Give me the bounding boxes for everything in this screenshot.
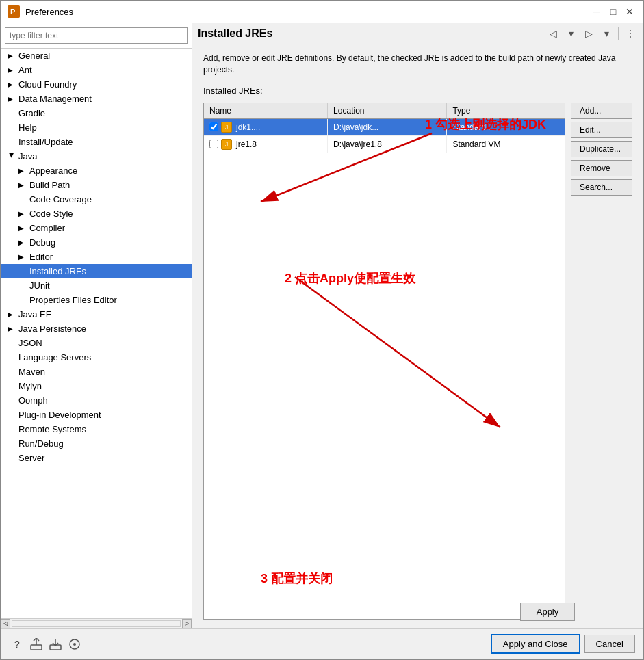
row2-type: Standard VM xyxy=(447,135,565,153)
back-button[interactable]: ◁ xyxy=(545,26,561,41)
sidebar-item-server[interactable]: ▶ Server xyxy=(1,451,192,465)
sidebar-item-help[interactable]: ▶ Help xyxy=(1,120,192,135)
sidebar-item-language-servers[interactable]: ▶ Language Servers xyxy=(1,350,192,365)
sidebar-item-maven[interactable]: ▶ Maven xyxy=(1,365,192,379)
export-button[interactable] xyxy=(28,636,44,652)
minimize-button[interactable]: ─ xyxy=(590,5,604,18)
sidebar-item-general[interactable]: ▶ General xyxy=(1,49,192,63)
window-controls: ─ □ ✕ xyxy=(590,5,636,18)
sidebar-item-label: Maven xyxy=(18,367,45,377)
svg-rect-6 xyxy=(31,645,42,650)
jre-icon-2: J xyxy=(221,139,232,150)
close-button[interactable]: ✕ xyxy=(623,5,636,18)
filter-input[interactable] xyxy=(5,27,188,44)
sidebar-item-label: Editor xyxy=(29,252,53,262)
row2-checkbox[interactable] xyxy=(209,140,218,148)
duplicate-button[interactable]: Duplicate... xyxy=(571,141,632,157)
sidebar-item-label: Help xyxy=(18,122,37,133)
search-button[interactable]: Search... xyxy=(571,179,632,196)
forward-dropdown-button[interactable]: ▾ xyxy=(599,26,614,41)
expand-arrow-cf: ▶ xyxy=(8,81,16,88)
sidebar-item-label: Install/Update xyxy=(18,137,73,147)
sidebar-item-build-path[interactable]: ▶ Build Path xyxy=(1,178,192,192)
sidebar-item-label: Gradle xyxy=(18,108,45,118)
sidebar-item-java-ee[interactable]: ▶ Java EE xyxy=(1,307,192,321)
sidebar-item-json[interactable]: ▶ JSON xyxy=(1,336,192,350)
expand-arrow-jp: ▶ xyxy=(8,325,16,332)
remove-button[interactable]: Remove xyxy=(571,160,632,176)
sidebar-item-plugin-dev[interactable]: ▶ Plug-in Development xyxy=(1,408,192,422)
table-row[interactable]: J jdk1.... D:\java\jdk... Standard ... xyxy=(204,118,565,135)
sidebar-item-editor[interactable]: ▶ Editor xyxy=(1,250,192,264)
panel-content: Add, remove or edit JRE definitions. By … xyxy=(192,44,643,628)
apply-and-close-button[interactable]: Apply and Close xyxy=(491,634,580,654)
hscroll-track[interactable] xyxy=(12,620,181,627)
sidebar-item-run-debug[interactable]: ▶ Run/Debug xyxy=(1,436,192,451)
app-icon: P xyxy=(8,5,20,18)
filter-box xyxy=(1,23,192,49)
row1-checkbox[interactable] xyxy=(209,122,218,131)
sidebar-item-compiler[interactable]: ▶ Compiler xyxy=(1,221,192,235)
panel-description: Add, remove or edit JRE definitions. By … xyxy=(203,53,632,76)
hscroll-left[interactable]: ◁ xyxy=(1,619,10,629)
svg-text:P: P xyxy=(10,8,15,16)
expand-arrow-bp: ▶ xyxy=(18,181,27,189)
back-dropdown-button[interactable]: ▾ xyxy=(563,26,578,41)
link-button[interactable] xyxy=(66,636,83,652)
sidebar-item-install-update[interactable]: ▶ Install/Update xyxy=(1,135,192,149)
row2-location: D:\java\jre1.8 xyxy=(328,135,447,153)
sidebar-item-label: Build Path xyxy=(29,180,70,190)
edit-button[interactable]: Edit... xyxy=(571,122,632,138)
sidebar-item-remote-systems[interactable]: ▶ Remote Systems xyxy=(1,422,192,436)
add-button[interactable]: Add... xyxy=(571,103,632,119)
sidebar-item-appearance[interactable]: ▶ Appearance xyxy=(1,163,192,178)
cancel-button[interactable]: Cancel xyxy=(584,635,635,653)
expand-arrow-compiler: ▶ xyxy=(18,224,27,232)
sidebar-item-java-persistence[interactable]: ▶ Java Persistence xyxy=(1,321,192,336)
sidebar-item-label: JSON xyxy=(18,338,42,348)
sidebar-item-code-coverage[interactable]: ▶ Code Coverage xyxy=(1,192,192,207)
sidebar-item-label: Data Management xyxy=(18,94,92,104)
row1-type: Standard ... xyxy=(447,118,565,135)
expand-arrow-editor: ▶ xyxy=(18,253,27,261)
sidebar-item-properties-files-editor[interactable]: ▶ Properties Files Editor xyxy=(1,293,192,307)
bottom-icons: ? xyxy=(9,636,487,652)
main-content: ▶ General ▶ Ant ▶ Cloud Foundry ▶ Data M… xyxy=(1,23,643,628)
expand-arrow-cs: ▶ xyxy=(18,210,27,217)
sidebar-item-code-style[interactable]: ▶ Code Style xyxy=(1,207,192,221)
jre-table: Name Location Type xyxy=(204,103,565,153)
col-location[interactable]: Location xyxy=(328,103,447,119)
sidebar-item-label: Appearance xyxy=(29,166,77,176)
sidebar-item-junit[interactable]: ▶ JUnit xyxy=(1,278,192,293)
sidebar-item-mylyn[interactable]: ▶ Mylyn xyxy=(1,379,192,393)
maximize-button[interactable]: □ xyxy=(606,5,620,18)
sidebar-item-label: Java EE xyxy=(18,309,51,319)
sidebar-item-installed-jres[interactable]: ▶ Installed JREs xyxy=(1,264,192,278)
right-panel: Installed JREs ◁ ▾ ▷ ▾ ⋮ Add, remove or … xyxy=(192,23,643,628)
sidebar-item-oomph[interactable]: ▶ Oomph xyxy=(1,393,192,408)
sidebar-item-ant[interactable]: ▶ Ant xyxy=(1,63,192,77)
import-button[interactable] xyxy=(47,636,64,652)
panel-subtitle: Installed JREs: xyxy=(203,85,632,96)
jre-table-container: Name Location Type xyxy=(203,103,632,620)
row2-name: J jre1.8 xyxy=(204,135,328,153)
sidebar-item-java[interactable]: ▶ Java xyxy=(1,149,192,163)
sidebar-item-cloud-foundry[interactable]: ▶ Cloud Foundry xyxy=(1,77,192,92)
sidebar-hscroll[interactable]: ◁ ▷ xyxy=(1,618,192,628)
sidebar-item-debug[interactable]: ▶ Debug xyxy=(1,235,192,250)
sidebar-item-label: Java Persistence xyxy=(18,324,86,334)
help-icon-button[interactable]: ? xyxy=(9,636,25,652)
sidebar-item-label: Properties Files Editor xyxy=(29,295,117,305)
sidebar-item-gradle[interactable]: ▶ Gradle xyxy=(1,106,192,120)
hscroll-right[interactable]: ▷ xyxy=(182,619,192,629)
col-type[interactable]: Type xyxy=(447,103,565,119)
sidebar-item-data-management[interactable]: ▶ Data Management xyxy=(1,92,192,106)
toolbar-separator xyxy=(618,27,619,40)
sidebar: ▶ General ▶ Ant ▶ Cloud Foundry ▶ Data M… xyxy=(1,23,192,628)
table-row[interactable]: J jre1.8 D:\java\jre1.8 Standard VM xyxy=(204,135,565,153)
panel-title: Installed JREs xyxy=(198,27,543,40)
row1-name: J jdk1.... xyxy=(204,118,328,135)
col-name[interactable]: Name xyxy=(204,103,328,119)
forward-button[interactable]: ▷ xyxy=(581,26,596,41)
more-options-button[interactable]: ⋮ xyxy=(623,26,638,41)
